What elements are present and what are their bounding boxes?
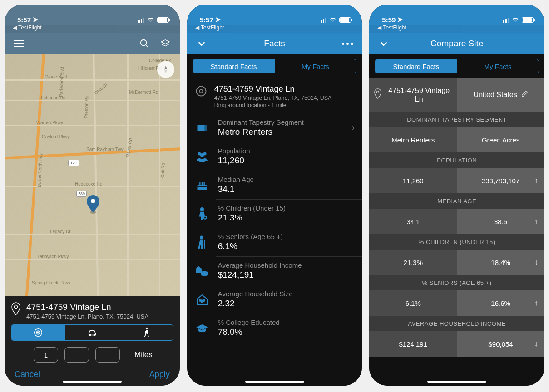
compare-row: $124,191$90,054↓	[369, 331, 544, 357]
svg-line-1	[145, 45, 148, 48]
compare-value-a: 21.3%	[369, 250, 457, 275]
ring-value-1[interactable]	[34, 347, 58, 363]
compare-row: 21.3%18.4%↓	[369, 250, 544, 275]
layers-button[interactable]	[159, 37, 172, 50]
page-title: Facts	[264, 39, 285, 49]
apply-button[interactable]: Apply	[149, 370, 170, 379]
compare-value-b: 18.4%	[457, 250, 544, 275]
svg-rect-19	[197, 185, 207, 190]
tab-my-facts[interactable]: My Facts	[275, 59, 356, 73]
facts-tabs: Standard Facts My Facts	[187, 54, 362, 78]
mode-drive[interactable]	[65, 325, 119, 340]
screen-compare: 5:59➤ ◀ TestFlight Compare Site Standard…	[369, 5, 544, 386]
svg-point-5	[15, 305, 18, 309]
svg-point-30	[201, 274, 208, 275]
location-services-icon: ➤	[215, 15, 221, 24]
signal-icon	[503, 17, 509, 23]
svg-point-8	[38, 332, 39, 333]
location-address: 4751-4759 Vintage Ln, Plano, TX, 75024, …	[214, 95, 332, 101]
map[interactable]: Wade Blvd Lebanon Rd Ohio Dr Warren Pkwy…	[5, 54, 180, 296]
mode-ring[interactable]	[11, 325, 65, 340]
status-bar: 5:57➤	[5, 5, 180, 24]
arrow-up-icon: ↑	[534, 217, 538, 225]
collapse-button[interactable]	[377, 37, 390, 50]
income-icon	[194, 263, 210, 279]
compare-value-a: 34.1	[369, 209, 457, 234]
pin-outline-icon	[11, 302, 21, 318]
facts-list[interactable]: 4751-4759 Vintage Ln 4751-4759 Vintage L…	[187, 78, 362, 386]
route-shield-121: 121	[68, 160, 79, 166]
fact-income: Average Household Income$124,191	[187, 257, 362, 285]
graduation-icon	[194, 320, 210, 336]
home-indicator[interactable]	[63, 381, 122, 383]
compare-table[interactable]: 4751-4759 Vintage Ln United States DOMIN…	[369, 78, 544, 386]
location-title: 4751-4759 Vintage Ln	[214, 84, 332, 94]
pin-outline-icon	[374, 88, 382, 101]
fact-seniors: % Seniors (Age 65 +)6.1%	[187, 228, 362, 257]
cancel-button[interactable]: Cancel	[15, 370, 40, 379]
more-button[interactable]	[341, 37, 354, 50]
map-pin-icon[interactable]	[86, 195, 100, 216]
ring-value-3[interactable]	[95, 347, 120, 363]
home-indicator[interactable]	[427, 381, 486, 383]
compare-site-b[interactable]: United States	[457, 78, 544, 112]
status-bar: 5:59➤	[369, 5, 544, 24]
svg-point-23	[200, 207, 204, 211]
battery-icon	[157, 17, 169, 23]
address-subtitle: 4751-4759 Vintage Ln, Plano, TX, 75024, …	[26, 313, 148, 320]
status-bar: 5:57➤	[187, 5, 362, 24]
svg-point-0	[140, 40, 146, 46]
compare-row: Metro RentersGreen Acres	[369, 127, 544, 152]
compass-button[interactable]	[157, 61, 174, 78]
svg-point-13	[199, 90, 203, 93]
location-ring: Ring around location - 1 mile	[214, 102, 332, 108]
status-time: 5:59	[382, 16, 396, 24]
tab-standard-facts[interactable]: Standard Facts	[193, 59, 275, 73]
compare-value-a: 6.1%	[369, 290, 457, 316]
address-title: 4751-4759 Vintage Ln	[26, 302, 148, 312]
compare-row: 6.1%16.6%↑	[369, 290, 544, 316]
compare-value-b: $90,054	[457, 331, 544, 357]
search-button[interactable]	[138, 37, 151, 50]
fact-children: % Children (Under 15)21.3%	[187, 200, 362, 228]
tab-my-facts[interactable]: My Facts	[457, 59, 539, 73]
target-icon	[194, 84, 208, 98]
arrow-down-icon: ↓	[534, 258, 538, 266]
tab-standard-facts[interactable]: Standard Facts	[375, 59, 457, 73]
svg-point-4	[91, 199, 95, 203]
collapse-button[interactable]	[195, 37, 208, 50]
mode-walk[interactable]	[119, 325, 173, 340]
back-to-app[interactable]: ◀ TestFlight	[5, 24, 180, 33]
fact-tapestry[interactable]: Dominant Tapestry SegmentMetro Renters ›	[187, 114, 362, 142]
back-to-app[interactable]: ◀ TestFlight	[369, 24, 544, 33]
location-header: 4751-4759 Vintage Ln 4751-4759 Vintage L…	[187, 78, 362, 114]
svg-point-24	[203, 216, 206, 219]
arrow-up-icon: ↑	[534, 176, 538, 185]
home-indicator[interactable]	[245, 381, 304, 383]
tapestry-icon	[194, 120, 210, 136]
senior-icon	[194, 235, 210, 250]
battery-icon	[522, 17, 534, 23]
nav-bar: Facts	[187, 33, 362, 54]
svg-point-12	[196, 87, 206, 96]
menu-button[interactable]	[13, 37, 25, 50]
svg-rect-21	[202, 182, 203, 185]
compare-section-header: DOMINANT TAPESTRY SEGMENT	[369, 112, 544, 127]
nav-bar	[5, 33, 180, 54]
ring-unit: Miles	[134, 350, 153, 359]
chevron-right-icon: ›	[351, 122, 355, 134]
svg-rect-26	[204, 240, 205, 248]
svg-rect-27	[196, 269, 202, 273]
status-time: 5:57	[200, 16, 213, 24]
compare-row: 11,260333,793,107↑	[369, 168, 544, 193]
battery-icon	[339, 17, 351, 23]
compare-value-a: Metro Renters	[369, 127, 457, 152]
compare-value-b: Green Acres	[457, 127, 544, 152]
compare-section-header: AVERAGE HOUSEHOLD INCOME	[369, 316, 544, 331]
location-services-icon: ➤	[33, 15, 39, 24]
svg-point-25	[200, 235, 203, 239]
nav-bar: Compare Site	[369, 33, 544, 54]
study-area-mode-seg	[11, 324, 173, 341]
ring-value-2[interactable]	[64, 347, 89, 363]
back-to-app[interactable]: ◀ TestFlight	[187, 24, 362, 33]
